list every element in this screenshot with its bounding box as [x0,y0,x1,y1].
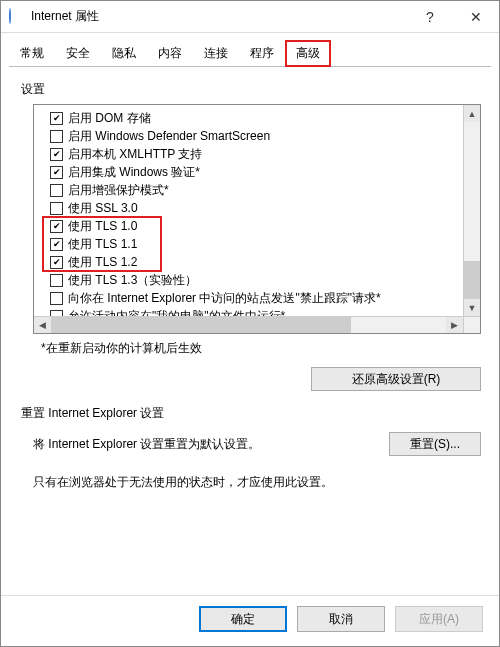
checkbox[interactable] [50,202,63,215]
settings-item-label: 启用集成 Windows 验证* [68,164,200,181]
scroll-corner [463,316,480,333]
settings-item[interactable]: 启用本机 XMLHTTP 支持 [40,145,480,163]
globe-icon [9,9,25,25]
restore-defaults-button[interactable]: 还原高级设置(R) [311,367,481,391]
close-button[interactable]: ✕ [453,1,499,33]
settings-item-label: 使用 TLS 1.2 [68,254,137,271]
checkbox[interactable] [50,148,63,161]
apply-button[interactable]: 应用(A) [395,606,483,632]
settings-item[interactable]: 启用集成 Windows 验证* [40,163,480,181]
scroll-right-icon[interactable]: ▶ [446,317,463,333]
checkbox[interactable] [50,166,63,179]
settings-item-label: 启用增强保护模式* [68,182,169,199]
tab-连接[interactable]: 连接 [193,40,239,67]
reset-text: 将 Internet Explorer 设置重置为默认设置。 [33,436,260,456]
cancel-button[interactable]: 取消 [297,606,385,632]
checkbox[interactable] [50,238,63,251]
tab-隐私[interactable]: 隐私 [101,40,147,67]
scroll-left-icon[interactable]: ◀ [34,317,51,333]
settings-listbox[interactable]: 启用 DOM 存储启用 Windows Defender SmartScreen… [33,104,481,334]
help-button[interactable]: ? [407,1,453,33]
settings-label: 设置 [21,81,481,98]
settings-item[interactable]: 使用 SSL 3.0 [40,199,480,217]
tab-content: 设置 启用 DOM 存储启用 Windows Defender SmartScr… [1,67,499,595]
tab-高级[interactable]: 高级 [285,40,331,67]
vertical-scrollbar[interactable]: ▲ ▼ [463,105,480,316]
horizontal-scrollbar[interactable]: ◀ ▶ [34,316,463,333]
tabbar: 常规安全隐私内容连接程序高级 [1,33,499,66]
settings-item[interactable]: 使用 TLS 1.1 [40,235,480,253]
settings-item-label: 使用 TLS 1.3（实验性） [68,272,197,289]
scroll-down-icon[interactable]: ▼ [464,299,480,316]
reset-button[interactable]: 重置(S)... [389,432,481,456]
restart-note: *在重新启动你的计算机后生效 [41,340,481,357]
checkbox[interactable] [50,130,63,143]
settings-item[interactable]: 使用 TLS 1.3（实验性） [40,271,480,289]
window-title: Internet 属性 [31,8,99,25]
settings-item[interactable]: 启用 Windows Defender SmartScreen [40,127,480,145]
titlebar: Internet 属性 ? ✕ [1,1,499,33]
scroll-up-icon[interactable]: ▲ [464,105,480,122]
scroll-thumb-vertical[interactable] [464,261,480,299]
checkbox[interactable] [50,274,63,287]
dialog-window: Internet 属性 ? ✕ 常规安全隐私内容连接程序高级 设置 启用 DOM… [0,0,500,647]
tab-安全[interactable]: 安全 [55,40,101,67]
tab-程序[interactable]: 程序 [239,40,285,67]
settings-item-label: 使用 SSL 3.0 [68,200,138,217]
settings-item[interactable]: 使用 TLS 1.2 [40,253,480,271]
settings-item-label: 启用本机 XMLHTTP 支持 [68,146,202,163]
settings-item[interactable]: 启用 DOM 存储 [40,109,480,127]
settings-item-label: 使用 TLS 1.1 [68,236,137,253]
settings-item-label: 使用 TLS 1.0 [68,218,137,235]
dialog-footer: 确定 取消 应用(A) [1,595,499,646]
settings-item[interactable]: 启用增强保护模式* [40,181,480,199]
reset-hint: 只有在浏览器处于无法使用的状态时，才应使用此设置。 [33,474,481,491]
tab-常规[interactable]: 常规 [9,40,55,67]
ok-button[interactable]: 确定 [199,606,287,632]
settings-item[interactable]: 向你在 Internet Explorer 中访问的站点发送"禁止跟踪"请求* [40,289,480,307]
settings-item-label: 启用 Windows Defender SmartScreen [68,128,270,145]
checkbox[interactable] [50,220,63,233]
scroll-thumb-horizontal[interactable] [51,317,351,333]
reset-heading: 重置 Internet Explorer 设置 [21,405,481,422]
checkbox[interactable] [50,112,63,125]
settings-item-label: 向你在 Internet Explorer 中访问的站点发送"禁止跟踪"请求* [68,290,381,307]
settings-item-label: 启用 DOM 存储 [68,110,151,127]
checkbox[interactable] [50,292,63,305]
checkbox[interactable] [50,256,63,269]
checkbox[interactable] [50,184,63,197]
settings-item[interactable]: 使用 TLS 1.0 [40,217,480,235]
tab-内容[interactable]: 内容 [147,40,193,67]
